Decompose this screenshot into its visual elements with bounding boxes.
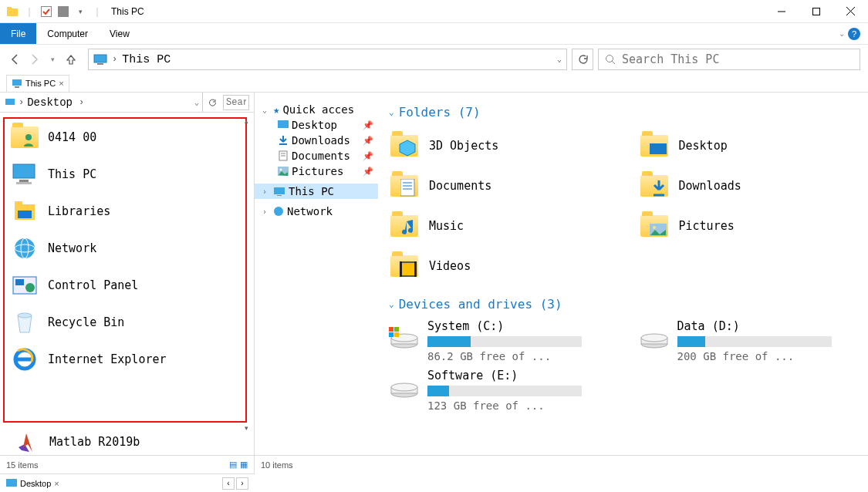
documents-icon — [278, 150, 289, 161]
folder-item[interactable]: Desktop — [639, 127, 858, 164]
svg-point-15 — [25, 134, 32, 140]
close-tab-icon[interactable]: × — [59, 79, 63, 88]
user-folder-icon — [11, 123, 39, 151]
chevron-right-icon[interactable]: › — [262, 207, 270, 216]
nav-tree: ⌄ ★ Quick acces Desktop 📌 Downloads 📌 Do… — [255, 93, 378, 455]
list-item[interactable]: Libraries — [5, 193, 245, 230]
ribbon-expand-icon[interactable]: ⌄ — [839, 29, 845, 38]
search-input[interactable] — [622, 52, 853, 66]
tab-file[interactable]: File — [0, 23, 36, 44]
tree-this-pc[interactable]: › This PC — [255, 184, 378, 199]
folder-item[interactable]: Pictures — [639, 207, 858, 244]
svg-rect-3 — [58, 6, 69, 17]
svg-point-28 — [18, 313, 32, 318]
svg-rect-5 — [812, 8, 819, 15]
close-button[interactable] — [833, 0, 868, 23]
bottom-tab-label[interactable]: Desktop — [20, 479, 51, 488]
forward-button[interactable] — [26, 52, 42, 67]
drives-section-header[interactable]: ⌄ Devices and drives (3) — [389, 297, 857, 312]
folder-item[interactable]: Music — [389, 207, 608, 244]
icons-view-icon[interactable]: ▦ — [240, 460, 248, 470]
3d-objects-icon — [389, 130, 420, 161]
tree-item[interactable]: Documents 📌 — [255, 148, 378, 163]
list-item[interactable]: Control Panel — [5, 267, 245, 304]
desktop-items-panel: 0414 00 This PC Libraries Network Contro… — [3, 117, 247, 423]
svg-rect-9 — [97, 63, 103, 65]
tree-item[interactable]: Downloads 📌 — [255, 133, 378, 148]
list-item[interactable]: 0414 00 — [5, 119, 245, 156]
refresh-button[interactable] — [572, 49, 593, 70]
svg-rect-12 — [12, 79, 22, 86]
pc-icon — [11, 160, 39, 188]
folder-item[interactable]: 3D Objects — [389, 127, 608, 164]
pin-icon: 📌 — [363, 136, 373, 146]
qat-divider: | — [90, 4, 105, 19]
tab-view[interactable]: View — [99, 23, 140, 44]
tree-network[interactable]: › Network — [255, 204, 378, 219]
help-icon[interactable]: ? — [848, 28, 860, 40]
drive-item[interactable]: Software (E:) 123 GB free of ... — [389, 369, 608, 412]
left-refresh-button[interactable] — [202, 93, 220, 112]
tree-item[interactable]: Pictures 📌 — [255, 163, 378, 179]
pc-icon — [93, 54, 107, 65]
tab-computer[interactable]: Computer — [36, 23, 99, 44]
list-item[interactable]: This PC — [5, 156, 245, 193]
left-address-dropdown-icon[interactable]: ⌄ — [194, 98, 199, 107]
desktop-folder-icon — [639, 130, 670, 161]
drive-usage-bar — [427, 386, 582, 396]
up-button[interactable] — [63, 52, 79, 67]
svg-rect-55 — [394, 327, 399, 332]
svg-rect-49 — [400, 261, 402, 277]
svg-rect-40 — [650, 143, 667, 154]
ie-icon — [11, 345, 39, 373]
back-button[interactable] — [8, 52, 23, 67]
qat-grey-icon[interactable] — [56, 4, 71, 19]
pc-icon — [273, 187, 285, 196]
svg-rect-16 — [13, 164, 35, 178]
explorer-icon — [5, 4, 20, 19]
address-text: This PC — [122, 53, 171, 66]
svg-rect-41 — [400, 179, 414, 196]
chevron-right-icon[interactable]: › — [262, 187, 270, 196]
maximize-button[interactable] — [799, 0, 833, 23]
chevron-down-icon[interactable]: ⌄ — [262, 106, 270, 114]
drive-item[interactable]: Data (D:) 200 GB free of ... — [639, 319, 858, 362]
svg-rect-20 — [15, 201, 22, 205]
qat-dropdown-icon[interactable]: ▾ — [73, 4, 88, 19]
recent-locations-icon[interactable]: ▾ — [45, 52, 60, 67]
window-tab[interactable]: This PC × — [6, 75, 69, 92]
tree-item[interactable]: Desktop 📌 — [255, 117, 378, 133]
scroll-down-icon[interactable]: ▾ — [245, 424, 248, 432]
pin-icon: 📌 — [363, 120, 373, 130]
details-view-icon[interactable]: ▤ — [229, 460, 237, 470]
list-item[interactable]: Recycle Bin — [5, 304, 245, 341]
list-item[interactable]: Internet Explorer — [5, 341, 245, 378]
drive-item[interactable]: System (C:) 86.2 GB free of ... — [389, 319, 608, 362]
drive-icon — [639, 319, 670, 350]
folder-item[interactable]: Downloads — [639, 167, 858, 204]
left-crumb[interactable]: Desktop — [27, 96, 73, 109]
checkbox-icon[interactable] — [39, 4, 54, 19]
search-box[interactable] — [598, 49, 860, 70]
folder-item[interactable]: Videos — [389, 248, 608, 285]
nav-fwd-icon[interactable]: › — [236, 477, 248, 490]
address-dropdown-icon[interactable]: ⌄ — [557, 55, 562, 64]
svg-rect-48 — [401, 263, 415, 275]
list-item[interactable]: Matlab R2019b — [15, 430, 140, 453]
svg-rect-8 — [94, 55, 106, 62]
window-tab-label: This PC — [25, 79, 56, 88]
address-bar[interactable]: › This PC ⌄ — [88, 49, 567, 70]
minimize-button[interactable] — [764, 0, 799, 23]
tree-quick-access[interactable]: ⌄ ★ Quick acces — [255, 102, 378, 117]
svg-rect-56 — [389, 332, 393, 337]
list-item[interactable]: Network — [5, 230, 245, 267]
close-tab-icon[interactable]: × — [54, 479, 59, 488]
scroll-up-icon[interactable]: ▴ — [245, 117, 248, 125]
nav-back-icon[interactable]: ‹ — [222, 477, 235, 490]
left-search-input[interactable] — [223, 95, 249, 110]
svg-rect-30 — [278, 120, 289, 128]
folders-section-header[interactable]: ⌄ Folders (7) — [389, 105, 857, 120]
svg-rect-2 — [42, 6, 52, 16]
search-icon — [605, 54, 616, 65]
folder-item[interactable]: Documents — [389, 167, 608, 204]
